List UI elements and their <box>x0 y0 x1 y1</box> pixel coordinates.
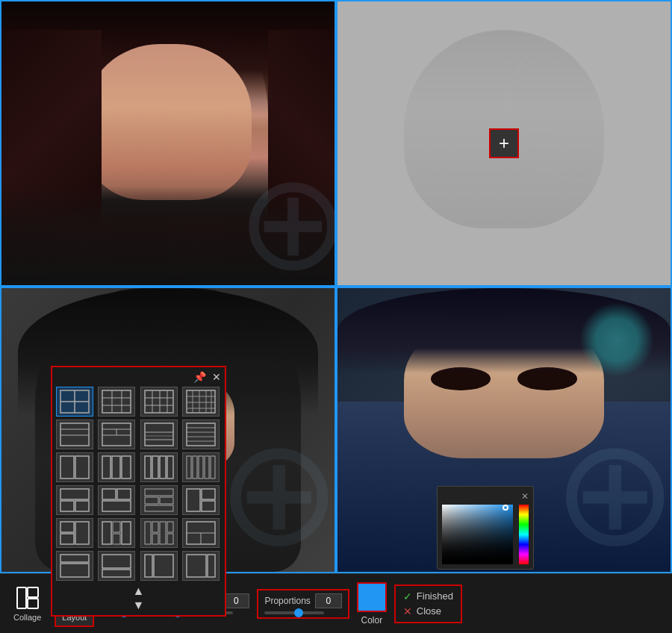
collage-button[interactable]: Collage <box>7 582 47 626</box>
layout-item-r1[interactable] <box>56 518 93 548</box>
svg-rect-14 <box>187 390 215 413</box>
layout-item-h3[interactable] <box>140 420 178 449</box>
svg-rect-82 <box>60 564 89 577</box>
svg-rect-91 <box>28 599 38 608</box>
layout-item-m3[interactable] <box>140 485 178 515</box>
layout-item-v1[interactable] <box>56 452 93 482</box>
svg-rect-77 <box>167 534 173 544</box>
layout-item-2x2[interactable] <box>56 387 93 417</box>
svg-rect-51 <box>211 456 215 478</box>
layout-item-h1[interactable] <box>56 420 93 449</box>
layout-item-h4[interactable] <box>182 420 220 449</box>
plus-icon: + <box>499 133 509 154</box>
svg-rect-65 <box>60 522 74 532</box>
proportions-row: Proportions <box>264 593 341 608</box>
arrow-up-button[interactable]: ▲ <box>133 585 145 597</box>
finished-label: Finished <box>417 590 453 602</box>
svg-rect-52 <box>60 489 89 499</box>
svg-rect-64 <box>202 501 215 511</box>
color-gradient-picker[interactable] <box>442 505 513 564</box>
svg-rect-44 <box>152 456 158 478</box>
proportions-label: Proportions <box>264 596 310 606</box>
layout-item-s3[interactable] <box>140 551 178 581</box>
color-cursor[interactable] <box>503 505 508 511</box>
svg-rect-38 <box>60 456 74 478</box>
layout-item-m4[interactable] <box>182 485 220 515</box>
layout-item-3x3[interactable] <box>98 387 135 417</box>
collage-label: Collage <box>13 613 41 622</box>
layout-item-5x4[interactable] <box>182 387 220 417</box>
svg-rect-22 <box>60 423 89 446</box>
svg-rect-73 <box>152 522 158 532</box>
svg-rect-43 <box>145 456 151 478</box>
layout-item-r3[interactable] <box>140 518 178 548</box>
color-spectrum-bar[interactable] <box>519 505 529 564</box>
proportions-input[interactable] <box>315 593 342 608</box>
proportions-slider-thumb[interactable] <box>294 608 303 617</box>
svg-rect-67 <box>60 534 74 544</box>
add-image-button[interactable]: + <box>489 128 519 158</box>
finished-button[interactable]: ✓ Finished <box>403 590 453 602</box>
svg-rect-45 <box>160 456 166 478</box>
layout-item-v3[interactable] <box>140 452 178 482</box>
arrow-down-button[interactable]: ▼ <box>133 599 145 611</box>
svg-rect-84 <box>102 570 131 577</box>
svg-rect-39 <box>75 456 89 478</box>
layout-item-s2[interactable] <box>98 551 135 581</box>
svg-rect-59 <box>145 497 158 504</box>
svg-rect-3 <box>102 390 131 413</box>
layout-item-v4[interactable] <box>182 452 220 482</box>
close-label: Close <box>417 605 441 617</box>
svg-rect-49 <box>199 456 203 478</box>
svg-rect-90 <box>28 587 38 597</box>
layout-panel: 📌 ✕ <box>51 366 226 617</box>
svg-rect-75 <box>167 522 173 532</box>
collage-icon <box>16 586 40 610</box>
svg-rect-72 <box>145 522 151 544</box>
color-picker-popup: ✕ <box>437 486 534 570</box>
layout-grid <box>56 387 221 581</box>
color-label: Color <box>361 615 382 626</box>
action-buttons: ✓ Finished ✕ Close <box>394 584 462 623</box>
svg-rect-63 <box>202 489 215 499</box>
layout-item-m1[interactable] <box>56 485 93 515</box>
svg-rect-40 <box>102 456 111 478</box>
panel-1[interactable]: ⊕ <box>0 0 336 287</box>
layout-item-v2[interactable] <box>98 452 135 482</box>
svg-rect-71 <box>113 534 120 544</box>
svg-rect-57 <box>102 501 131 511</box>
layout-item-s4[interactable] <box>182 551 220 581</box>
close-layout-icon[interactable]: ✕ <box>212 371 221 383</box>
pin-icon[interactable]: 📌 <box>193 371 206 383</box>
proportions-slider[interactable] <box>264 611 324 614</box>
close-color-picker-icon[interactable]: ✕ <box>521 491 529 502</box>
layout-item-s1[interactable] <box>56 551 93 581</box>
svg-rect-60 <box>160 497 173 504</box>
color-swatch[interactable] <box>357 582 387 612</box>
svg-rect-47 <box>187 456 191 478</box>
layout-panel-header: 📌 ✕ <box>56 371 221 383</box>
panel-2[interactable]: + <box>336 0 672 287</box>
svg-rect-53 <box>60 501 74 511</box>
layout-item-h2[interactable] <box>98 420 135 449</box>
layout-item-r2[interactable] <box>98 518 135 548</box>
svg-rect-85 <box>145 555 152 577</box>
svg-rect-61 <box>145 505 173 511</box>
svg-rect-89 <box>17 587 26 608</box>
color-picker-header: ✕ <box>442 491 529 502</box>
svg-rect-42 <box>122 456 131 478</box>
layout-item-m2[interactable] <box>98 485 135 515</box>
svg-rect-66 <box>75 522 89 544</box>
svg-rect-8 <box>145 390 173 413</box>
svg-rect-46 <box>167 456 173 478</box>
roundness-input[interactable] <box>223 593 249 608</box>
svg-rect-87 <box>187 555 206 577</box>
proportions-group: Proportions <box>257 589 349 619</box>
svg-rect-54 <box>75 501 89 511</box>
layout-item-4x3[interactable] <box>140 387 178 417</box>
svg-rect-70 <box>122 522 131 544</box>
close-button[interactable]: ✕ Close <box>403 605 453 617</box>
svg-rect-69 <box>113 522 120 532</box>
layout-arrows: ▲ ▼ <box>56 585 221 611</box>
layout-item-r4[interactable] <box>182 518 220 548</box>
